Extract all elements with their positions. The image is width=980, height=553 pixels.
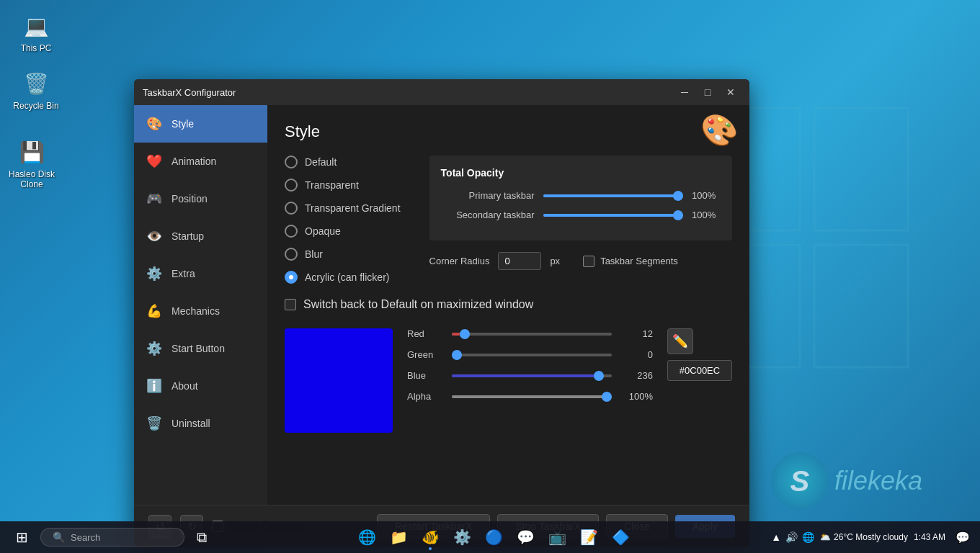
green-value: 0 — [620, 349, 653, 360]
desktop-icon-hasleo[interactable]: 💾 Hasleo Disk Clone — [3, 133, 61, 194]
weather-text: 26°C Mostly cloudy — [834, 532, 908, 542]
extra-icon: ⚙️ — [146, 265, 163, 282]
red-value: 12 — [620, 328, 653, 339]
minimize-button[interactable]: ─ — [674, 82, 695, 102]
red-slider-row: Red 12 — [407, 328, 653, 339]
hasleo-icon: 💾 — [17, 138, 46, 166]
secondary-taskbar-label: Secondary taskbar — [441, 210, 535, 220]
recycle-bin-label: Recycle Bin — [13, 101, 58, 111]
task-view-button[interactable]: ⧉ — [187, 523, 216, 552]
radio-transparent-gradient-label: Transparent Gradient — [305, 202, 401, 214]
desktop: 💻 This PC 🗑️ Recycle Bin 💾 Hasleo Disk C… — [0, 0, 980, 553]
taskbar-sys-icons: ▲ 🔊 🌐 — [771, 531, 814, 543]
green-slider-row: Green 0 — [407, 349, 653, 360]
mechanics-icon: 💪 — [146, 302, 163, 320]
notification-button[interactable]: 💬 — [951, 526, 974, 549]
radio-transparent-label: Transparent — [305, 179, 359, 191]
secondary-taskbar-slider[interactable] — [543, 214, 683, 217]
sidebar-item-start-button[interactable]: ⚙️ Start Button — [134, 330, 267, 367]
sidebar-item-startup[interactable]: 👁️ Startup — [134, 217, 267, 255]
eyedropper-button[interactable]: ✏️ — [667, 328, 693, 354]
radio-default[interactable]: Default — [285, 156, 401, 168]
radio-acrylic-label: Acrylic (can flicker) — [305, 271, 389, 283]
alpha-slider-row: Alpha 100% — [407, 391, 653, 402]
chevron-up-icon[interactable]: ▲ — [771, 531, 781, 543]
blue-value: 236 — [620, 370, 653, 381]
radio-transparent-gradient[interactable]: Transparent Gradient — [285, 202, 401, 215]
about-icon: ℹ️ — [146, 377, 163, 395]
taskbar-app-youtube[interactable]: 📺 — [543, 523, 571, 552]
red-label: Red — [407, 328, 443, 339]
sidebar-item-position[interactable]: 🎮 Position — [134, 180, 267, 217]
switch-back-label: Switch back to Default on maximized wind… — [303, 298, 533, 311]
green-label: Green — [407, 349, 443, 360]
corner-radius-row: Corner Radius px Taskbar Segments — [429, 252, 732, 270]
switch-back-checkbox[interactable] — [285, 299, 296, 310]
primary-taskbar-slider[interactable] — [543, 194, 683, 197]
color-preview — [285, 328, 393, 433]
sidebar-item-mechanics[interactable]: 💪 Mechanics — [134, 292, 267, 330]
network-icon[interactable]: 🌐 — [802, 531, 814, 543]
desktop-icon-recycle-bin[interactable]: 🗑️ Recycle Bin — [7, 65, 65, 115]
corner-radius-input[interactable] — [498, 252, 541, 270]
blue-slider[interactable] — [452, 374, 612, 377]
close-button[interactable]: ✕ — [721, 82, 741, 102]
search-label: Search — [71, 532, 100, 543]
radio-acrylic[interactable]: Acrylic (can flicker) — [285, 271, 401, 284]
uninstall-icon: 🗑️ — [146, 415, 163, 432]
taskbar-app-misc[interactable]: 🔷 — [606, 523, 635, 552]
radio-blur[interactable]: Blur — [285, 248, 401, 261]
taskbar-app-whatsapp[interactable]: 💬 — [511, 523, 540, 552]
taskbar-clock[interactable]: 1:43 AM — [914, 531, 945, 544]
radio-options: Default Transparent Transparent Gradient — [285, 156, 401, 284]
taskbar-right: ▲ 🔊 🌐 🌥️ 26°C Mostly cloudy 1:43 AM 💬 — [771, 526, 974, 549]
green-slider[interactable] — [452, 354, 612, 356]
sidebar-item-style[interactable]: 🎨 Style — [134, 105, 267, 143]
sidebar-item-position-label: Position — [172, 193, 208, 204]
svg-rect-1 — [814, 108, 908, 230]
alpha-value: 100% — [620, 391, 653, 402]
sidebar-item-about[interactable]: ℹ️ About — [134, 367, 267, 405]
radio-blur-circle — [285, 248, 298, 261]
taskbar: ⊞ 🔍 Search ⧉ 🌐 📁 🐠 ⚙️ 🔵 💬 📺 📝 🔷 ▲ 🔊 🌐 — [0, 521, 980, 553]
taskbar-app-chrome[interactable]: 🔵 — [479, 523, 508, 552]
taskbar-app-settings[interactable]: ⚙️ — [447, 523, 476, 552]
primary-taskbar-label: Primary taskbar — [441, 190, 535, 201]
maximize-button[interactable]: □ — [698, 82, 718, 102]
alpha-slider[interactable] — [452, 395, 612, 398]
red-slider[interactable] — [452, 333, 612, 336]
style-icon: 🎨 — [146, 115, 163, 132]
taskbar-apps: 🌐 📁 🐠 ⚙️ 🔵 💬 📺 📝 🔷 — [352, 523, 635, 552]
opacity-title: Total Opacity — [441, 167, 721, 179]
radio-transparent-circle — [285, 179, 298, 192]
animation-icon: ❤️ — [146, 153, 163, 170]
taskbar-app-edge[interactable]: 🌐 — [352, 523, 381, 552]
radio-acrylic-circle — [285, 271, 298, 284]
sidebar-item-extra[interactable]: ⚙️ Extra — [134, 255, 267, 292]
sidebar-item-uninstall[interactable]: 🗑️ Uninstall — [134, 405, 267, 442]
taskbar-segments-checkbox[interactable] — [583, 256, 594, 267]
sidebar-item-animation[interactable]: ❤️ Animation — [134, 143, 267, 180]
weather-info[interactable]: 🌥️ 26°C Mostly cloudy — [820, 532, 908, 542]
radio-transparent[interactable]: Transparent — [285, 179, 401, 192]
filekeka-logo: S — [771, 452, 829, 510]
secondary-taskbar-value: 100% — [692, 210, 721, 220]
desktop-icon-this-pc[interactable]: 💻 This PC — [7, 7, 65, 58]
volume-icon[interactable]: 🔊 — [785, 531, 798, 543]
taskbar-app-fish[interactable]: 🐠 — [416, 523, 445, 552]
start-button[interactable]: ⊞ — [6, 521, 37, 553]
sidebar-item-style-label: Style — [172, 118, 194, 130]
recycle-bin-icon: 🗑️ — [22, 69, 50, 98]
radio-transparent-gradient-circle — [285, 202, 298, 215]
hex-input[interactable] — [667, 360, 732, 381]
filekeka-text: filekeka — [834, 466, 922, 496]
taskbar-app-word[interactable]: 📝 — [574, 523, 603, 552]
taskbar-app-explorer[interactable]: 📁 — [384, 523, 413, 552]
primary-taskbar-value: 100% — [692, 190, 721, 201]
search-icon: 🔍 — [53, 531, 65, 543]
radio-opaque[interactable]: Opaque — [285, 225, 401, 238]
window-body: 🎨 Style ❤️ Animation 🎮 Position 👁️ Start… — [134, 105, 749, 505]
sidebar-item-about-label: About — [172, 380, 198, 392]
search-bar[interactable]: 🔍 Search — [40, 528, 184, 547]
alpha-label: Alpha — [407, 391, 443, 402]
